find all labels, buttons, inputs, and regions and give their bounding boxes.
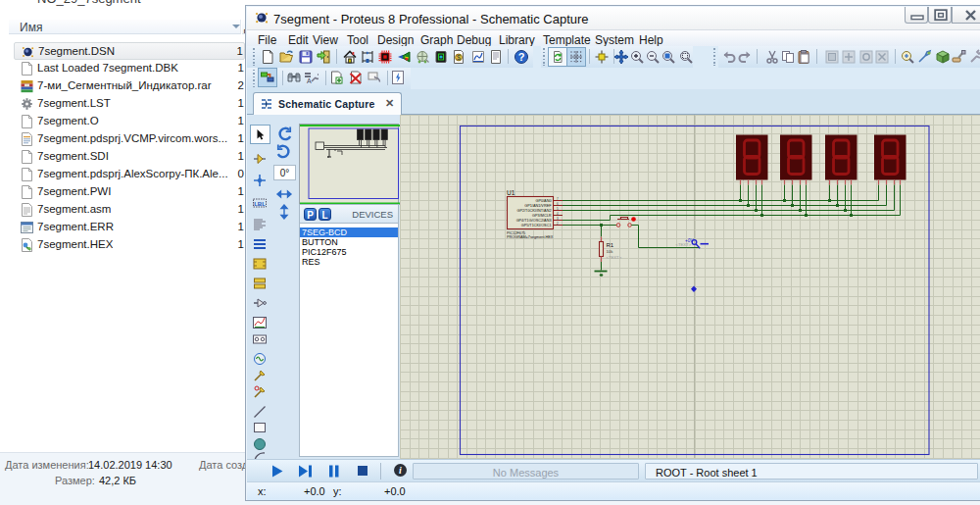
svg-text:7: 7: [557, 197, 559, 201]
svg-text:3: 3: [557, 217, 559, 221]
svg-text:GP0/AN0: GP0/AN0: [535, 199, 551, 203]
svg-text:GP4/T1G/OSC2/AN3: GP4/T1G/OSC2/AN3: [516, 219, 552, 223]
svg-text:GP2/T0CKI/INT/AN2: GP2/T0CKI/INT/AN2: [516, 209, 551, 213]
svg-text:<TEXT>: <TEXT>: [607, 255, 622, 260]
svg-text:GP3/MCLR: GP3/MCLR: [532, 214, 552, 218]
svg-text:<TEXT>: <TEXT>: [676, 242, 692, 247]
svg-text:$: $: [457, 54, 461, 61]
svg-text:U1: U1: [507, 189, 515, 196]
svg-text:A: A: [307, 77, 312, 84]
svg-text:GP1/AN1/VREF: GP1/AN1/VREF: [524, 204, 552, 208]
svg-text:?: ?: [518, 51, 525, 63]
svg-text:4: 4: [557, 212, 559, 216]
svg-text:10k: 10k: [607, 249, 614, 254]
svg-text:2: 2: [557, 222, 559, 226]
svg-text:PROGRAM=7segment.HEX: PROGRAM=7segment.HEX: [507, 235, 554, 239]
svg-text:GP5/T1CKI/OSC1: GP5/T1CKI/OSC1: [521, 224, 552, 227]
svg-text:5: 5: [557, 207, 559, 211]
svg-text:6: 6: [557, 202, 559, 206]
svg-text:LBL: LBL: [254, 201, 266, 207]
svg-text:R1: R1: [607, 242, 614, 248]
